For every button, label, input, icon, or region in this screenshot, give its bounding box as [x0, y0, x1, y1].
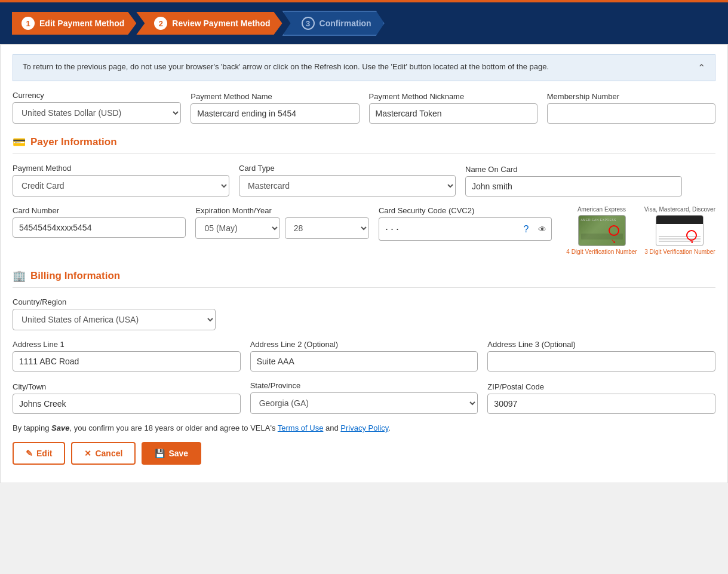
credit-card-icon: 💳	[13, 136, 26, 149]
cvc-images: American Express ↘ 4 Digit Verification …	[566, 206, 715, 255]
cvc-help-button[interactable]: ?	[518, 217, 533, 241]
step-1-label: Edit Payment Method	[39, 19, 124, 28]
currency-select[interactable]: United States Dollar (USD)	[13, 102, 181, 124]
cancel-button[interactable]: ✕ Cancel	[71, 442, 136, 465]
info-banner-text: To return to the previous page, do not u…	[23, 62, 549, 71]
name-on-card-group: Name On Card	[465, 165, 682, 197]
card-type-label: Card Type	[239, 164, 456, 173]
step-1-button[interactable]: 1 Edit Payment Method	[12, 12, 136, 35]
visa-sublabel: 3 Digit Verification Number	[644, 248, 715, 255]
cvc-show-button[interactable]: 👁	[533, 217, 552, 241]
privacy-policy-link[interactable]: Privacy Policy	[340, 423, 388, 432]
payment-method-nickname-label: Payment Method Nickname	[369, 92, 537, 101]
country-group: Country/Region United States of America …	[13, 297, 216, 330]
step-2-button[interactable]: 2 Review Payment Method	[136, 12, 282, 35]
billing-section-title: Billing Information	[30, 270, 120, 282]
visa-cvc-arrow: ↘	[689, 238, 693, 244]
visa-card-image: ↘	[656, 215, 704, 246]
state-select[interactable]: Georgia (GA)	[250, 392, 478, 414]
payment-method-field-label: Payment Method	[13, 164, 229, 173]
address3-label: Address Line 3 (Optional)	[487, 340, 715, 349]
address1-label: Address Line 1	[13, 340, 241, 349]
country-label: Country/Region	[13, 297, 216, 306]
card-number-group: Card Number	[13, 206, 186, 238]
cvc-group: Card Security Code (CVC2) ? 👁	[379, 206, 552, 241]
billing-section-header: 🏢 Billing Information	[13, 269, 715, 288]
state-label: State/Province	[250, 381, 478, 390]
step-1-number: 1	[21, 17, 35, 30]
card-type-group: Card Type Mastercard	[239, 164, 456, 197]
cvc-label: Card Security Code (CVC2)	[379, 206, 552, 215]
card-number-label: Card Number	[13, 206, 186, 215]
visa-cvc-card: Visa, Mastercard, Discover ↘ 3 Digit Ver…	[644, 206, 715, 255]
amex-sublabel: 4 Digit Verification Number	[566, 248, 637, 255]
building-icon: 🏢	[13, 269, 26, 283]
step-2-number: 2	[154, 17, 167, 30]
state-group: State/Province Georgia (GA)	[250, 381, 478, 414]
payment-method-field-group: Payment Method Credit Card	[13, 164, 229, 197]
expiration-year-select[interactable]: 28	[285, 217, 369, 239]
terms-of-use-link[interactable]: Terms of Use	[278, 423, 324, 432]
collapse-icon[interactable]: ⌃	[698, 62, 705, 73]
amex-card-image: ↘	[578, 215, 626, 246]
payer-section-title: Payer Information	[30, 136, 117, 148]
name-on-card-label: Name On Card	[465, 165, 682, 174]
save-button[interactable]: 💾 Save	[142, 442, 201, 465]
address1-group: Address Line 1	[13, 340, 241, 372]
payment-method-name-input[interactable]	[191, 103, 359, 124]
step-2-label: Review Payment Method	[172, 19, 270, 28]
address2-group: Address Line 2 (Optional)	[250, 340, 478, 372]
address3-group: Address Line 3 (Optional)	[487, 340, 715, 372]
cancel-icon: ✕	[84, 449, 91, 458]
zip-input[interactable]	[487, 394, 715, 414]
info-banner: To return to the previous page, do not u…	[13, 54, 715, 81]
payment-method-nickname-group: Payment Method Nickname	[369, 92, 537, 124]
save-icon: 💾	[155, 449, 165, 458]
expiration-label: Expiration Month/Year	[195, 206, 368, 215]
expiration-month-select[interactable]: 05 (May)	[195, 217, 279, 239]
action-buttons: ✎ Edit ✕ Cancel 💾 Save	[13, 442, 715, 465]
payment-method-nickname-input[interactable]	[369, 103, 537, 124]
card-type-select[interactable]: Mastercard	[239, 175, 456, 197]
city-group: City/Town	[13, 382, 241, 414]
step-3-button[interactable]: 3 Confirmation	[282, 11, 385, 36]
expiration-group: Expiration Month/Year 05 (May) 28	[195, 206, 368, 239]
edit-icon: ✎	[26, 449, 33, 458]
zip-group: ZIP/Postal Code	[487, 382, 715, 414]
address1-input[interactable]	[13, 351, 241, 372]
cvc-input[interactable]	[379, 217, 519, 241]
country-select[interactable]: United States of America (USA)	[13, 309, 216, 330]
amex-cvc-circle	[609, 225, 619, 236]
membership-number-input[interactable]	[547, 103, 715, 124]
step-3-number: 3	[302, 17, 315, 30]
payment-method-name-label: Payment Method Name	[191, 92, 359, 101]
membership-number-label: Membership Number	[547, 92, 715, 101]
payer-section-header: 💳 Payer Information	[13, 136, 715, 154]
currency-label: Currency	[13, 91, 181, 100]
membership-number-group: Membership Number	[547, 92, 715, 124]
amex-cvc-card: American Express ↘ 4 Digit Verification …	[566, 206, 637, 255]
edit-button[interactable]: ✎ Edit	[13, 442, 65, 465]
address2-input[interactable]	[250, 351, 478, 372]
consent-text: By tapping Save, you confirm you are 18 …	[13, 423, 715, 432]
amex-label: American Express	[578, 206, 626, 213]
step-3-label: Confirmation	[320, 19, 371, 28]
visa-label: Visa, Mastercard, Discover	[644, 206, 715, 213]
card-number-input[interactable]	[13, 217, 186, 238]
payment-method-field-select[interactable]: Credit Card	[13, 175, 229, 197]
address2-label: Address Line 2 (Optional)	[250, 340, 478, 349]
city-input[interactable]	[13, 394, 241, 414]
address3-input[interactable]	[487, 351, 715, 372]
payment-method-name-group: Payment Method Name	[191, 92, 359, 124]
name-on-card-input[interactable]	[465, 176, 682, 197]
city-label: City/Town	[13, 382, 241, 391]
amex-cvc-arrow: ↘	[611, 238, 616, 244]
zip-label: ZIP/Postal Code	[487, 382, 715, 391]
currency-group: Currency United States Dollar (USD)	[13, 91, 181, 124]
